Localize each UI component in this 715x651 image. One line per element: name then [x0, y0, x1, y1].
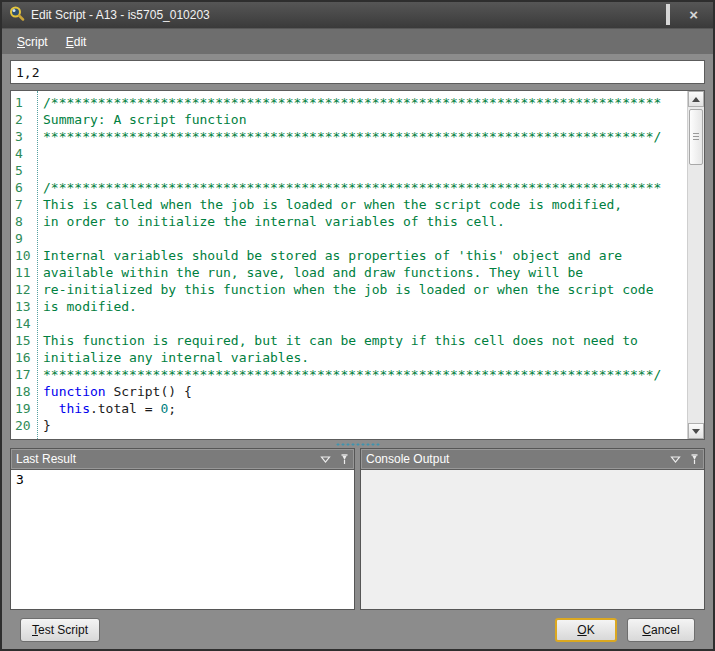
line-number: 8: [15, 213, 37, 230]
code-line: This is called when the job is loaded or…: [43, 196, 687, 213]
cursor-position-input[interactable]: [10, 60, 705, 84]
chevron-down-icon: [670, 455, 681, 464]
line-number: 6: [15, 179, 37, 196]
menu-item-edit[interactable]: Edit: [57, 31, 96, 53]
line-number: 16: [15, 349, 37, 366]
close-button[interactable]: ×: [689, 6, 698, 24]
pin-icon: [690, 454, 699, 465]
menu-item-script[interactable]: Script: [8, 31, 57, 53]
horizontal-splitter[interactable]: [10, 440, 705, 448]
code-line: This function is required, but it can be…: [43, 332, 687, 349]
line-number: 4: [15, 145, 37, 162]
code-line: [43, 315, 687, 332]
maximize-button[interactable]: [666, 6, 670, 24]
code-line: Internal variables should be stored as p…: [43, 247, 687, 264]
line-number: 7: [15, 196, 37, 213]
last-result-pin-button[interactable]: [340, 454, 349, 465]
code-line: initialize any internal variables.: [43, 349, 687, 366]
code-line: is modified.: [43, 298, 687, 315]
code-line: /***************************************…: [43, 179, 687, 196]
panel-last-result: Last Result: [10, 448, 355, 610]
last-result-content: 3: [11, 470, 354, 609]
chevron-down-icon: [320, 455, 331, 464]
scroll-up-icon: [692, 93, 700, 102]
line-number: 20: [15, 417, 37, 434]
code-line: available within the run, save, load and…: [43, 264, 687, 281]
line-number: 10: [15, 247, 37, 264]
scroll-down-button[interactable]: [688, 423, 704, 439]
splitter-grip-icon: [335, 442, 381, 447]
console-output-content: [361, 470, 704, 609]
code-line: }: [43, 417, 687, 434]
code-line: Summary: A script function: [43, 111, 687, 128]
line-number: 15: [15, 332, 37, 349]
line-number: 9: [15, 230, 37, 247]
code-line: [43, 162, 687, 179]
console-output-title: Console Output: [366, 452, 449, 466]
line-number: 2: [15, 111, 37, 128]
code-line: this.total = 0;: [43, 400, 687, 417]
menubar: Script Edit: [2, 28, 713, 54]
code-line: function Script() {: [43, 383, 687, 400]
panel-console-output: Console Output: [360, 448, 705, 610]
code-line: re-initialized by this function when the…: [43, 281, 687, 298]
line-number: 5: [15, 162, 37, 179]
code-line: [43, 230, 687, 247]
last-result-menu-button[interactable]: [320, 455, 331, 464]
code-editor: 1234567891011121314151617181920 /*******…: [10, 90, 705, 440]
editor-scrollbar[interactable]: [687, 91, 704, 439]
code-line: ****************************************…: [43, 128, 687, 145]
line-number: 14: [15, 315, 37, 332]
scrollbar-thumb[interactable]: [689, 109, 703, 165]
scrollbar-track[interactable]: [688, 107, 704, 423]
scroll-down-icon: [692, 429, 700, 438]
code-line: /***************************************…: [43, 94, 687, 111]
console-output-pin-button[interactable]: [690, 454, 699, 465]
ok-button[interactable]: OK: [555, 618, 617, 642]
line-number: 17: [15, 366, 37, 383]
line-number: 13: [15, 298, 37, 315]
last-result-title: Last Result: [16, 452, 76, 466]
close-icon: ×: [689, 6, 698, 23]
line-number: 12: [15, 281, 37, 298]
console-output-header: Console Output: [361, 449, 704, 470]
scroll-up-button[interactable]: [688, 91, 704, 107]
last-result-header: Last Result: [11, 449, 354, 470]
maximize-icon: [666, 4, 670, 25]
code-line: [43, 145, 687, 162]
code-line: in order to initialize the internal vari…: [43, 213, 687, 230]
line-number: 3: [15, 128, 37, 145]
line-number: 19: [15, 400, 37, 417]
line-number: 11: [15, 264, 37, 281]
editor-code[interactable]: /***************************************…: [38, 91, 687, 439]
titlebar: Edit Script - A13 - is5705_010203 ×: [2, 2, 713, 28]
line-number: 18: [15, 383, 37, 400]
code-line: ****************************************…: [43, 366, 687, 383]
app-magnifier-icon: [9, 5, 25, 25]
edit-script-window: Edit Script - A13 - is5705_010203 × Scri…: [0, 0, 715, 651]
line-number: 1: [15, 94, 37, 111]
pin-icon: [340, 454, 349, 465]
cancel-button[interactable]: Cancel: [627, 618, 695, 642]
window-title: Edit Script - A13 - is5705_010203: [31, 8, 210, 22]
editor-gutter: 1234567891011121314151617181920: [11, 91, 38, 439]
console-output-menu-button[interactable]: [670, 455, 681, 464]
button-bar: Test Script OK Cancel: [10, 610, 705, 649]
test-script-button[interactable]: Test Script: [20, 618, 100, 642]
